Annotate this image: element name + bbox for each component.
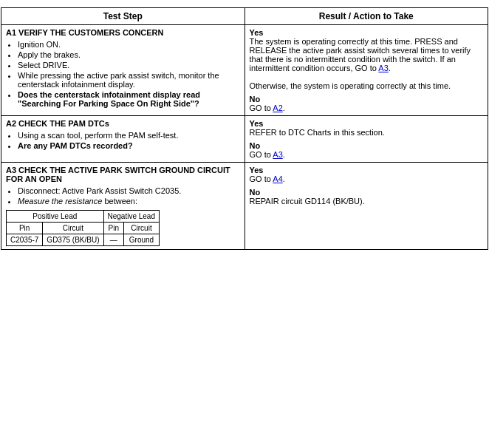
no-block-A2: NoGO to A3. xyxy=(250,141,484,159)
step-item-A1-4: Does the centerstack infotainment displa… xyxy=(18,90,240,108)
yes-label-A1: Yes xyxy=(250,28,264,37)
inner-table-cell: Ground xyxy=(124,234,160,246)
yes-block-A2: YesREFER to DTC Charts in this section. xyxy=(250,119,484,137)
no-block-A1: NoGO to A2. xyxy=(250,95,484,112)
header-test-step: Test Step xyxy=(1,8,245,25)
inner-table-group-header: Positive Lead xyxy=(7,211,104,223)
row-A1: A1 VERIFY THE CUSTOMERS CONCERNIgnition … xyxy=(1,25,488,116)
step-cell-A1: A1 VERIFY THE CUSTOMERS CONCERNIgnition … xyxy=(1,25,245,116)
header-result-action: Result / Action to Take xyxy=(244,8,488,25)
result-cell-A3: YesGO to A4.NoREPAIR circuit GD114 (BK/B… xyxy=(244,163,488,250)
step-item-A2-0: Using a scan tool, perform the PAM self-… xyxy=(18,131,240,140)
step-item-A3-1: Measure the resistance between: xyxy=(18,197,240,206)
yes-block-A1: YesThe system is operating correctly at … xyxy=(250,28,484,90)
row-A3: A3 CHECK THE ACTIVE PARK SWITCH GROUND C… xyxy=(1,163,488,250)
main-diagnostic-table: Test Step Result / Action to Take A1 VER… xyxy=(1,7,488,250)
no-link-A1[interactable]: A2 xyxy=(273,103,282,112)
inner-table-cell: — xyxy=(103,234,124,246)
row-A2: A2 CHECK THE PAM DTCsUsing a scan tool, … xyxy=(1,116,488,163)
step-list-A1: Ignition ON.Apply the brakes.Select DRIV… xyxy=(18,40,240,108)
step-item-A1-3: While pressing the active park assist sw… xyxy=(18,71,240,89)
step-title-A3: A3 CHECK THE ACTIVE PARK SWITCH GROUND C… xyxy=(6,166,240,183)
yes-label-A3: Yes xyxy=(250,166,264,174)
no-link-A2[interactable]: A3 xyxy=(273,150,282,159)
inner-table-col-header: Circuit xyxy=(43,223,103,234)
step-item-A1-1: Apply the brakes. xyxy=(18,50,240,59)
step-cell-A3: A3 CHECK THE ACTIVE PARK SWITCH GROUND C… xyxy=(1,163,245,250)
step-item-A2-1: Are any PAM DTCs recorded? xyxy=(18,141,240,150)
inner-table-cell: C2035-7 xyxy=(7,234,43,246)
inner-table-row: C2035-7GD375 (BK/BU)—Ground xyxy=(7,234,160,246)
step-title-A1: A1 VERIFY THE CUSTOMERS CONCERN xyxy=(6,28,240,37)
step-item-A3-0: Disconnect: Active Park Assist Switch C2… xyxy=(18,186,240,195)
yes-block-A3: YesGO to A4. xyxy=(250,166,484,183)
inner-table-cell: GD375 (BK/BU) xyxy=(43,234,103,246)
no-label-A1: No xyxy=(250,95,261,103)
step-list-A3: Disconnect: Active Park Assist Switch C2… xyxy=(18,186,240,206)
step-title-A2: A2 CHECK THE PAM DTCs xyxy=(6,119,240,128)
inner-table-container-A3: Positive LeadNegative LeadPinCircuitPinC… xyxy=(6,210,240,246)
inner-table-group-header: Negative Lead xyxy=(103,211,160,223)
result-cell-A1: YesThe system is operating correctly at … xyxy=(244,25,488,116)
no-label-A3: No xyxy=(250,188,261,197)
yes-link-A1[interactable]: A3 xyxy=(378,64,388,72)
no-label-A2: No xyxy=(250,141,261,150)
inner-table-A3: Positive LeadNegative LeadPinCircuitPinC… xyxy=(6,210,160,246)
no-block-A3: NoREPAIR circuit GD114 (BK/BU). xyxy=(250,188,484,206)
inner-table-col-header: Circuit xyxy=(124,223,160,234)
result-cell-A2: YesREFER to DTC Charts in this section.N… xyxy=(244,116,488,163)
inner-table-col-header: Pin xyxy=(7,223,43,234)
step-cell-A2: A2 CHECK THE PAM DTCsUsing a scan tool, … xyxy=(1,116,245,163)
yes-label-A2: Yes xyxy=(250,119,264,128)
yes-link-A3[interactable]: A4 xyxy=(273,174,282,183)
inner-table-col-header: Pin xyxy=(103,223,124,234)
step-item-A1-0: Ignition ON. xyxy=(18,40,240,49)
step-item-A1-2: Select DRIVE. xyxy=(18,61,240,69)
step-list-A2: Using a scan tool, perform the PAM self-… xyxy=(18,131,240,150)
